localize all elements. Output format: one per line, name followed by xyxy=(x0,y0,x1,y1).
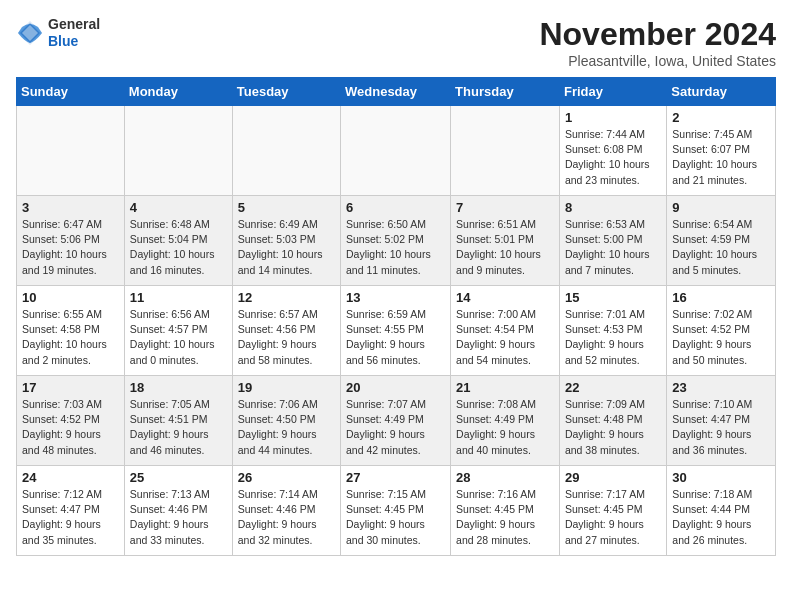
day-info: Sunrise: 7:45 AM Sunset: 6:07 PM Dayligh… xyxy=(672,127,770,188)
calendar-cell: 20Sunrise: 7:07 AM Sunset: 4:49 PM Dayli… xyxy=(341,376,451,466)
day-info: Sunrise: 6:50 AM Sunset: 5:02 PM Dayligh… xyxy=(346,217,445,278)
location-text: Pleasantville, Iowa, United States xyxy=(539,53,776,69)
weekday-header-saturday: Saturday xyxy=(667,78,776,106)
day-info: Sunrise: 6:51 AM Sunset: 5:01 PM Dayligh… xyxy=(456,217,554,278)
calendar-cell: 17Sunrise: 7:03 AM Sunset: 4:52 PM Dayli… xyxy=(17,376,125,466)
calendar-cell: 9Sunrise: 6:54 AM Sunset: 4:59 PM Daylig… xyxy=(667,196,776,286)
weekday-header-monday: Monday xyxy=(124,78,232,106)
day-number: 30 xyxy=(672,470,770,485)
weekday-header-row: SundayMondayTuesdayWednesdayThursdayFrid… xyxy=(17,78,776,106)
calendar-cell: 19Sunrise: 7:06 AM Sunset: 4:50 PM Dayli… xyxy=(232,376,340,466)
calendar-cell: 23Sunrise: 7:10 AM Sunset: 4:47 PM Dayli… xyxy=(667,376,776,466)
day-number: 25 xyxy=(130,470,227,485)
logo-blue-text: Blue xyxy=(48,33,100,50)
day-info: Sunrise: 7:18 AM Sunset: 4:44 PM Dayligh… xyxy=(672,487,770,548)
day-info: Sunrise: 7:17 AM Sunset: 4:45 PM Dayligh… xyxy=(565,487,661,548)
day-info: Sunrise: 7:15 AM Sunset: 4:45 PM Dayligh… xyxy=(346,487,445,548)
day-info: Sunrise: 6:57 AM Sunset: 4:56 PM Dayligh… xyxy=(238,307,335,368)
day-info: Sunrise: 7:00 AM Sunset: 4:54 PM Dayligh… xyxy=(456,307,554,368)
day-number: 9 xyxy=(672,200,770,215)
calendar-week-row-1: 1Sunrise: 7:44 AM Sunset: 6:08 PM Daylig… xyxy=(17,106,776,196)
day-info: Sunrise: 7:07 AM Sunset: 4:49 PM Dayligh… xyxy=(346,397,445,458)
day-number: 18 xyxy=(130,380,227,395)
day-info: Sunrise: 6:53 AM Sunset: 5:00 PM Dayligh… xyxy=(565,217,661,278)
logo-text: General Blue xyxy=(48,16,100,50)
day-number: 22 xyxy=(565,380,661,395)
calendar-cell xyxy=(17,106,125,196)
day-info: Sunrise: 7:14 AM Sunset: 4:46 PM Dayligh… xyxy=(238,487,335,548)
weekday-header-sunday: Sunday xyxy=(17,78,125,106)
calendar-week-row-4: 17Sunrise: 7:03 AM Sunset: 4:52 PM Dayli… xyxy=(17,376,776,466)
day-number: 14 xyxy=(456,290,554,305)
calendar-cell: 7Sunrise: 6:51 AM Sunset: 5:01 PM Daylig… xyxy=(451,196,560,286)
calendar-cell: 21Sunrise: 7:08 AM Sunset: 4:49 PM Dayli… xyxy=(451,376,560,466)
calendar-week-row-5: 24Sunrise: 7:12 AM Sunset: 4:47 PM Dayli… xyxy=(17,466,776,556)
calendar-cell xyxy=(232,106,340,196)
logo-general-text: General xyxy=(48,16,100,33)
day-number: 11 xyxy=(130,290,227,305)
calendar-cell: 18Sunrise: 7:05 AM Sunset: 4:51 PM Dayli… xyxy=(124,376,232,466)
weekday-header-friday: Friday xyxy=(559,78,666,106)
day-number: 1 xyxy=(565,110,661,125)
day-number: 12 xyxy=(238,290,335,305)
day-info: Sunrise: 6:59 AM Sunset: 4:55 PM Dayligh… xyxy=(346,307,445,368)
calendar-cell: 8Sunrise: 6:53 AM Sunset: 5:00 PM Daylig… xyxy=(559,196,666,286)
weekday-header-tuesday: Tuesday xyxy=(232,78,340,106)
day-info: Sunrise: 7:08 AM Sunset: 4:49 PM Dayligh… xyxy=(456,397,554,458)
calendar-cell: 28Sunrise: 7:16 AM Sunset: 4:45 PM Dayli… xyxy=(451,466,560,556)
calendar-cell: 3Sunrise: 6:47 AM Sunset: 5:06 PM Daylig… xyxy=(17,196,125,286)
day-info: Sunrise: 6:49 AM Sunset: 5:03 PM Dayligh… xyxy=(238,217,335,278)
calendar-table: SundayMondayTuesdayWednesdayThursdayFrid… xyxy=(16,77,776,556)
day-info: Sunrise: 7:44 AM Sunset: 6:08 PM Dayligh… xyxy=(565,127,661,188)
calendar-cell: 11Sunrise: 6:56 AM Sunset: 4:57 PM Dayli… xyxy=(124,286,232,376)
day-number: 27 xyxy=(346,470,445,485)
calendar-cell: 25Sunrise: 7:13 AM Sunset: 4:46 PM Dayli… xyxy=(124,466,232,556)
day-number: 29 xyxy=(565,470,661,485)
day-info: Sunrise: 7:06 AM Sunset: 4:50 PM Dayligh… xyxy=(238,397,335,458)
day-info: Sunrise: 7:03 AM Sunset: 4:52 PM Dayligh… xyxy=(22,397,119,458)
day-info: Sunrise: 6:56 AM Sunset: 4:57 PM Dayligh… xyxy=(130,307,227,368)
day-info: Sunrise: 7:13 AM Sunset: 4:46 PM Dayligh… xyxy=(130,487,227,548)
weekday-header-thursday: Thursday xyxy=(451,78,560,106)
day-info: Sunrise: 7:02 AM Sunset: 4:52 PM Dayligh… xyxy=(672,307,770,368)
calendar-cell: 6Sunrise: 6:50 AM Sunset: 5:02 PM Daylig… xyxy=(341,196,451,286)
calendar-cell: 15Sunrise: 7:01 AM Sunset: 4:53 PM Dayli… xyxy=(559,286,666,376)
day-number: 28 xyxy=(456,470,554,485)
day-number: 13 xyxy=(346,290,445,305)
day-number: 17 xyxy=(22,380,119,395)
calendar-cell: 4Sunrise: 6:48 AM Sunset: 5:04 PM Daylig… xyxy=(124,196,232,286)
calendar-week-row-3: 10Sunrise: 6:55 AM Sunset: 4:58 PM Dayli… xyxy=(17,286,776,376)
day-number: 20 xyxy=(346,380,445,395)
calendar-cell: 30Sunrise: 7:18 AM Sunset: 4:44 PM Dayli… xyxy=(667,466,776,556)
day-number: 21 xyxy=(456,380,554,395)
month-title: November 2024 xyxy=(539,16,776,53)
day-number: 24 xyxy=(22,470,119,485)
logo-icon xyxy=(16,19,44,47)
calendar-cell: 24Sunrise: 7:12 AM Sunset: 4:47 PM Dayli… xyxy=(17,466,125,556)
calendar-cell: 26Sunrise: 7:14 AM Sunset: 4:46 PM Dayli… xyxy=(232,466,340,556)
calendar-cell: 13Sunrise: 6:59 AM Sunset: 4:55 PM Dayli… xyxy=(341,286,451,376)
day-info: Sunrise: 7:05 AM Sunset: 4:51 PM Dayligh… xyxy=(130,397,227,458)
day-number: 23 xyxy=(672,380,770,395)
calendar-cell: 5Sunrise: 6:49 AM Sunset: 5:03 PM Daylig… xyxy=(232,196,340,286)
calendar-cell: 2Sunrise: 7:45 AM Sunset: 6:07 PM Daylig… xyxy=(667,106,776,196)
calendar-cell: 10Sunrise: 6:55 AM Sunset: 4:58 PM Dayli… xyxy=(17,286,125,376)
calendar-week-row-2: 3Sunrise: 6:47 AM Sunset: 5:06 PM Daylig… xyxy=(17,196,776,286)
calendar-cell: 14Sunrise: 7:00 AM Sunset: 4:54 PM Dayli… xyxy=(451,286,560,376)
day-number: 5 xyxy=(238,200,335,215)
calendar-cell: 27Sunrise: 7:15 AM Sunset: 4:45 PM Dayli… xyxy=(341,466,451,556)
day-info: Sunrise: 6:55 AM Sunset: 4:58 PM Dayligh… xyxy=(22,307,119,368)
day-number: 2 xyxy=(672,110,770,125)
day-info: Sunrise: 7:10 AM Sunset: 4:47 PM Dayligh… xyxy=(672,397,770,458)
calendar-cell: 22Sunrise: 7:09 AM Sunset: 4:48 PM Dayli… xyxy=(559,376,666,466)
calendar-cell xyxy=(341,106,451,196)
calendar-cell: 16Sunrise: 7:02 AM Sunset: 4:52 PM Dayli… xyxy=(667,286,776,376)
day-number: 19 xyxy=(238,380,335,395)
weekday-header-wednesday: Wednesday xyxy=(341,78,451,106)
calendar-cell xyxy=(451,106,560,196)
day-info: Sunrise: 6:48 AM Sunset: 5:04 PM Dayligh… xyxy=(130,217,227,278)
calendar-cell: 12Sunrise: 6:57 AM Sunset: 4:56 PM Dayli… xyxy=(232,286,340,376)
calendar-cell xyxy=(124,106,232,196)
day-number: 4 xyxy=(130,200,227,215)
day-info: Sunrise: 6:54 AM Sunset: 4:59 PM Dayligh… xyxy=(672,217,770,278)
